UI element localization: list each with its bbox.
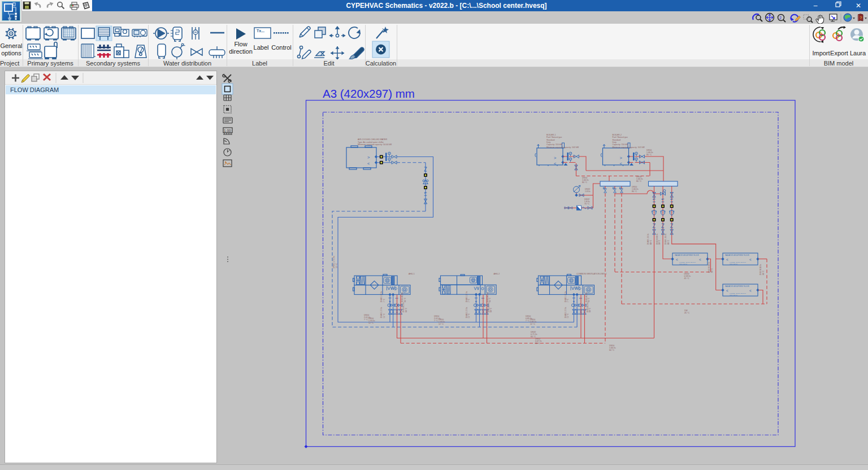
svg-text:AHU-1: AHU-1 [409, 273, 415, 275]
svg-text:A3 (420x297) mm: A3 (420x297) mm [323, 87, 415, 100]
svg-text:7 °C: 7 °C [526, 320, 530, 322]
svg-text:80 °C: 80 °C [646, 154, 652, 156]
svg-text:60 °C: 60 °C [490, 307, 492, 312]
svg-text:12 °C: 12 °C [567, 313, 569, 318]
svg-text:Minimum required capacity: 102: Minimum required capacity: 102 kW [613, 146, 645, 149]
svg-text:12 °C: 12 °C [368, 322, 374, 324]
svg-text:12 °C: 12 °C [439, 323, 444, 325]
svg-text:1.8 l/s: 1.8 l/s [585, 190, 591, 193]
svg-text:45 °C: 45 °C [489, 297, 491, 302]
svg-text:COMMON VENTILATION UNIT-1: COMMON VENTILATION UNIT-1 [576, 273, 606, 275]
svg-text:Tx...: Tx... [257, 29, 264, 33]
svg-text:DN40 1.17 l/s: DN40 1.17 l/s [565, 291, 567, 302]
svg-text:1.00: 1.00 [224, 129, 231, 133]
svg-text:DN25 0.3 l/s: DN25 0.3 l/s [587, 302, 589, 312]
svg-text:Type: Air-cooled water chiller: Type: Air-cooled water chiller [358, 141, 384, 143]
svg-text:Minimum required capacity: 102: Minimum required capacity: 102 kW [546, 146, 579, 149]
svg-text:>: > [367, 155, 370, 160]
svg-text:<: < [367, 161, 370, 166]
svg-text:DN25 0.3 l/s: DN25 0.3 l/s [487, 292, 489, 302]
svg-text:80 °C: 80 °C [632, 190, 637, 193]
svg-text:DN32 0.58 l/s: DN32 0.58 l/s [708, 262, 710, 273]
svg-text:AHU-2: AHU-2 [494, 273, 500, 275]
svg-text:60 °C: 60 °C [531, 336, 536, 338]
svg-text:7 °C: 7 °C [567, 298, 569, 302]
svg-text:80 °C: 80 °C [582, 181, 587, 184]
svg-text:DN50 1.66 l/s: DN50 1.66 l/s [665, 233, 667, 245]
svg-text:45 °C: 45 °C [684, 277, 689, 280]
svg-text:7 °C: 7 °C [468, 298, 470, 302]
svg-text:DN40 1.17 l/s: DN40 1.17 l/s [380, 291, 383, 302]
svg-text:60 °C: 60 °C [762, 270, 765, 275]
svg-text:60 °C: 60 °C [589, 307, 591, 312]
svg-text:DN25 0.3 l/s: DN25 0.3 l/s [585, 292, 588, 302]
svg-text:DN32 0.68 l/s: DN32 0.68 l/s [656, 233, 658, 245]
svg-text:DN40 1.16 l/s: DN40 1.16 l/s [647, 233, 649, 245]
svg-text:DN40 1.17 l/s: DN40 1.17 l/s [466, 307, 468, 318]
svg-text:DN25 0.3 l/s: DN25 0.3 l/s [488, 302, 490, 312]
svg-text:7 °C: 7 °C [383, 298, 385, 302]
svg-text:DN25 0.3 l/s: DN25 0.3 l/s [402, 302, 405, 312]
svg-text:AIR-COOLED CHILLED WATER: AIR-COOLED CHILLED WATER [358, 138, 388, 141]
svg-text:DN32 0.58 l/s: DN32 0.58 l/s [760, 264, 762, 275]
svg-text:12 °C: 12 °C [468, 313, 470, 318]
svg-text:7 °C: 7 °C [364, 319, 368, 321]
svg-text:70 °C: 70 °C [584, 203, 589, 205]
svg-text:80 °C: 80 °C [667, 240, 670, 245]
svg-text:Minimum required capacity: 54.: Minimum required capacity: 54.04 kW [358, 143, 392, 146]
svg-text:45 °C: 45 °C [588, 297, 590, 302]
svg-text:?: ? [860, 15, 862, 20]
svg-text:60 °C: 60 °C [405, 307, 407, 312]
svg-text:80 °C: 80 °C [636, 180, 641, 182]
svg-text:12 °C: 12 °C [530, 323, 535, 325]
svg-text:60 °C: 60 °C [535, 342, 540, 345]
svg-text:80 °C: 80 °C [650, 240, 652, 245]
svg-text:60 °C: 60 °C [609, 349, 614, 351]
svg-text:7 °C: 7 °C [434, 320, 438, 322]
svg-text:12 °C: 12 °C [336, 263, 338, 268]
svg-text:DN25 0.3 l/s: DN25 0.3 l/s [401, 292, 403, 302]
svg-text:60 °C: 60 °C [711, 268, 713, 273]
svg-text:45 °C: 45 °C [404, 297, 406, 302]
svg-text:50 °C: 50 °C [658, 240, 661, 245]
svg-text:12 °C: 12 °C [383, 313, 385, 318]
svg-text:2: 2 [779, 16, 782, 20]
svg-text:45 °C: 45 °C [684, 312, 689, 314]
svg-text:DN40 1.17 l/s: DN40 1.17 l/s [565, 307, 567, 318]
svg-text:DN65 1.71 l/s: DN65 1.71 l/s [333, 256, 335, 268]
svg-text:DN40 1.17 l/s: DN40 1.17 l/s [380, 307, 383, 318]
svg-text:DN40 1.17 l/s: DN40 1.17 l/s [466, 291, 468, 302]
